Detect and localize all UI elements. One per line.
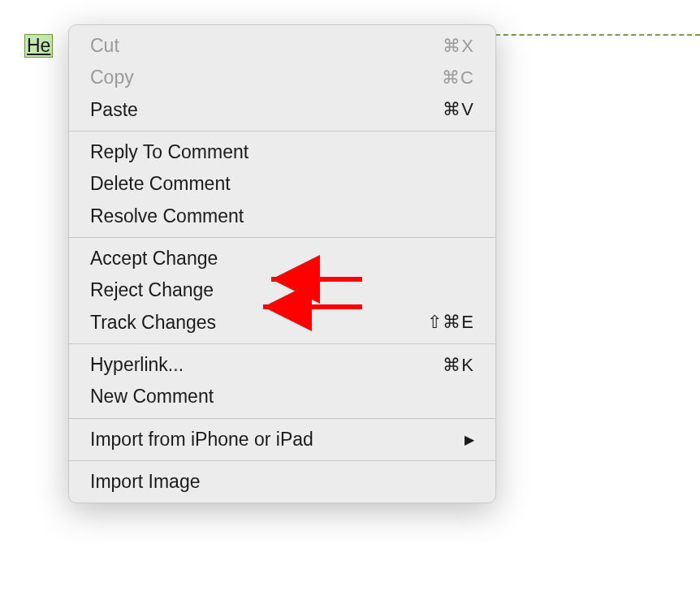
menu-item-label: Cut [90, 32, 443, 59]
menu-separator [69, 460, 495, 461]
menu-item-shortcut: ⌘V [443, 97, 474, 123]
menu-separator [69, 131, 495, 132]
submenu-arrow-icon: ▶ [465, 430, 474, 449]
menu-item-delete-comment[interactable]: Delete Comment [69, 168, 495, 200]
menu-item-shortcut: ⌘K [443, 352, 474, 378]
menu-separator [69, 237, 495, 238]
context-menu: Cut ⌘X Copy ⌘C Paste ⌘V Reply To Comment… [68, 24, 496, 503]
menu-item-label: Copy [90, 64, 442, 91]
menu-separator [69, 418, 495, 419]
menu-item-label: Hyperlink... [90, 352, 443, 378]
menu-item-label: Delete Comment [90, 170, 474, 197]
menu-item-import-image[interactable]: Import Image [69, 466, 495, 498]
menu-separator [69, 343, 495, 344]
menu-item-label: Reject Change [90, 277, 474, 304]
menu-item-label: Import from iPhone or iPad [90, 426, 458, 453]
menu-item-hyperlink[interactable]: Hyperlink... ⌘K [69, 349, 495, 381]
menu-item-paste[interactable]: Paste ⌘V [69, 94, 495, 126]
menu-item-shortcut: ⌘X [443, 33, 474, 59]
menu-item-reject-change[interactable]: Reject Change [69, 274, 495, 306]
menu-item-shortcut: ⌘C [442, 65, 474, 91]
comment-connector-line [495, 34, 700, 36]
menu-item-label: Resolve Comment [90, 203, 474, 230]
menu-item-accept-change[interactable]: Accept Change [69, 243, 495, 274]
menu-item-copy[interactable]: Copy ⌘C [69, 62, 495, 93]
menu-item-track-changes[interactable]: Track Changes ⇧⌘E [69, 307, 495, 339]
tracked-change-text[interactable]: He [24, 34, 53, 58]
menu-item-label: Import Image [90, 468, 474, 495]
menu-item-reply-to-comment[interactable]: Reply To Comment [69, 136, 495, 168]
menu-item-label: New Comment [90, 383, 474, 410]
menu-item-label: Accept Change [90, 245, 474, 272]
menu-item-shortcut: ⇧⌘E [427, 309, 474, 335]
menu-item-cut[interactable]: Cut ⌘X [69, 30, 495, 62]
menu-item-label: Reply To Comment [90, 139, 474, 166]
menu-item-new-comment[interactable]: New Comment [69, 381, 495, 412]
menu-item-label: Paste [90, 97, 443, 123]
menu-item-resolve-comment[interactable]: Resolve Comment [69, 201, 495, 232]
menu-item-label: Track Changes [90, 309, 427, 336]
menu-item-import-from-iphone-ipad[interactable]: Import from iPhone or iPad ▶ [69, 424, 495, 455]
